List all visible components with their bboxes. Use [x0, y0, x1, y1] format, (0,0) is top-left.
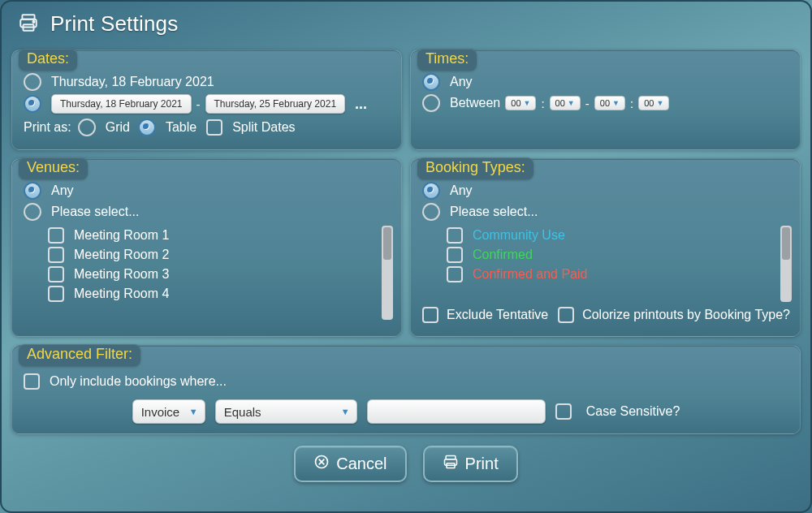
advanced-filter-panel: Advanced Filter: Only include bookings w… — [11, 345, 801, 434]
print-as-grid-radio[interactable] — [78, 119, 96, 136]
times-panel: Times: Any Between 00▼ : 00▼ - 00▼ : 00▼ — [410, 50, 801, 150]
venue-label: Meeting Room 3 — [74, 267, 169, 282]
print-icon — [18, 12, 50, 36]
venue-label: Meeting Room 4 — [74, 287, 169, 301]
only-include-label: Only include bookings where... — [50, 374, 227, 389]
svg-point-3 — [32, 21, 34, 23]
colorize-checkbox[interactable] — [558, 307, 574, 323]
btypes-select-label: Please select... — [450, 205, 538, 219]
case-sensitive-label: Case Sensitive? — [586, 404, 680, 419]
booking-types-legend: Booking Types: — [417, 157, 533, 179]
time-dash: - — [585, 97, 590, 110]
btypes-scrollbar[interactable] — [780, 226, 792, 302]
booking-type-label: Community Use — [473, 228, 565, 243]
btypes-select-radio[interactable] — [422, 203, 440, 221]
exclude-tentative-label: Exclude Tentative — [447, 308, 548, 322]
filter-value-input[interactable] — [367, 399, 546, 424]
venue-label: Meeting Room 2 — [74, 248, 169, 262]
booking-type-item: Confirmed and Paid — [447, 266, 775, 282]
dialog-footer: Cancel Print — [0, 434, 812, 494]
print-as-table-radio[interactable] — [138, 119, 156, 136]
times-any-radio[interactable] — [422, 73, 440, 91]
booking-type-label: Confirmed and Paid — [473, 267, 587, 282]
venues-any-radio[interactable] — [24, 182, 41, 200]
btypes-any-label: Any — [450, 183, 473, 198]
venue-item: Meeting Room 4 — [48, 286, 377, 302]
btypes-list: Community UseConfirmedConfirmed and Paid — [422, 224, 793, 304]
advanced-legend: Advanced Filter: — [19, 344, 140, 366]
booking-type-checkbox[interactable] — [447, 227, 463, 244]
booking-type-checkbox[interactable] — [447, 266, 463, 282]
dialog-title: Print Settings — [50, 11, 178, 37]
time-colon-2: : — [630, 97, 633, 110]
exclude-tentative-checkbox[interactable] — [422, 307, 438, 323]
split-dates-label: Split Dates — [232, 120, 295, 135]
dates-panel: Dates: Thursday, 18 February 2021 Thursd… — [11, 50, 402, 150]
date-more-button[interactable]: ... — [350, 96, 372, 113]
times-between-radio[interactable] — [422, 94, 440, 112]
venue-item: Meeting Room 2 — [48, 247, 377, 263]
venues-legend: Venues: — [19, 157, 88, 179]
booking-types-panel: Booking Types: Any Please select... Comm… — [410, 158, 801, 337]
venues-panel: Venues: Any Please select... Meeting Roo… — [11, 158, 402, 337]
close-icon — [313, 454, 330, 474]
time-to-min[interactable]: 00▼ — [638, 96, 669, 110]
booking-type-label: Confirmed — [473, 248, 533, 262]
venues-any-label: Any — [51, 183, 74, 198]
venue-checkbox[interactable] — [48, 286, 64, 302]
print-button[interactable]: Print — [423, 446, 518, 482]
print-as-grid-label: Grid — [106, 120, 130, 135]
times-legend: Times: — [417, 49, 477, 71]
print-as-label: Print as: — [24, 120, 71, 135]
venue-checkbox[interactable] — [48, 247, 64, 263]
time-colon-1: : — [541, 97, 544, 110]
venues-list: Meeting Room 1Meeting Room 2Meeting Room… — [24, 224, 395, 321]
times-any-label: Any — [450, 75, 473, 89]
time-to-hour[interactable]: 00▼ — [594, 96, 625, 110]
date-from-picker[interactable]: Thursday, 18 February 2021 — [51, 94, 192, 114]
colorize-label: Colorize printouts by Booking Type? — [582, 308, 790, 322]
venue-label: Meeting Room 1 — [74, 228, 169, 243]
filter-op-select[interactable]: Equals▼ — [215, 399, 357, 424]
date-range-radio[interactable] — [24, 95, 41, 113]
date-to-picker[interactable]: Thursday, 25 February 2021 — [205, 94, 346, 114]
dates-legend: Dates: — [19, 49, 77, 71]
split-dates-checkbox[interactable] — [206, 119, 222, 136]
dialog-header: Print Settings — [0, 0, 812, 41]
booking-type-checkbox[interactable] — [447, 247, 463, 263]
venue-checkbox[interactable] — [48, 227, 64, 244]
date-single-radio[interactable] — [24, 73, 41, 91]
venue-item: Meeting Room 3 — [48, 266, 377, 282]
venues-scrollbar[interactable] — [382, 226, 393, 320]
btypes-any-radio[interactable] — [422, 182, 440, 200]
venues-select-label: Please select... — [51, 205, 140, 219]
filter-field-select[interactable]: Invoice▼ — [132, 399, 205, 424]
venue-checkbox[interactable] — [48, 266, 64, 282]
print-icon — [443, 454, 459, 474]
venue-item: Meeting Room 1 — [48, 227, 377, 244]
booking-type-item: Confirmed — [447, 247, 775, 263]
date-single-label: Thursday, 18 February 2021 — [51, 75, 214, 89]
print-as-table-label: Table — [166, 120, 197, 135]
booking-type-item: Community Use — [447, 227, 775, 244]
date-range-sep: - — [197, 97, 201, 111]
cancel-button[interactable]: Cancel — [294, 446, 406, 482]
only-include-checkbox[interactable] — [24, 373, 40, 390]
case-sensitive-checkbox[interactable] — [555, 403, 572, 420]
times-between-label: Between — [450, 96, 500, 110]
venues-select-radio[interactable] — [24, 203, 41, 221]
time-from-hour[interactable]: 00▼ — [505, 96, 536, 110]
time-from-min[interactable]: 00▼ — [550, 96, 581, 110]
